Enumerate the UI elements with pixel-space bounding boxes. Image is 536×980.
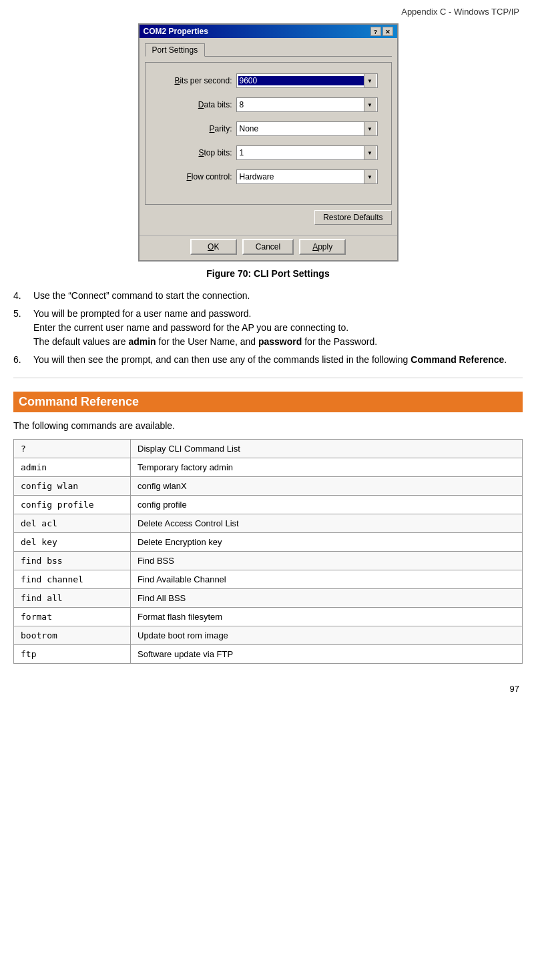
table-row: config profileconfig profile [14, 496, 523, 514]
table-row: bootromUpdate boot rom image [14, 626, 523, 645]
desc-cell: Format flash filesytem [131, 608, 523, 626]
tab-strip: Port Settings [145, 43, 392, 57]
stop-bits-row: Stop bits: 1 ▼ [159, 145, 378, 160]
desc-cell: Delete Access Control List [131, 514, 523, 533]
data-bits-dropdown[interactable]: 8 ▼ [236, 97, 378, 112]
stop-bits-value: 1 [238, 148, 364, 157]
table-row: ?Display CLI Command List [14, 440, 523, 458]
desc-cell: config profile [131, 496, 523, 514]
page-header: Appendix C - Windows TCP/IP [13, 7, 523, 17]
table-row: find bssFind BSS [14, 552, 523, 570]
desc-cell: Temporary factory admin [131, 458, 523, 477]
cmd-cell: config wlan [14, 477, 131, 496]
step-4-text: Use the “Connect” command to start the c… [33, 289, 523, 303]
cmd-cell: find channel [14, 570, 131, 589]
bits-per-second-value: 9600 [238, 76, 364, 85]
close-button[interactable]: ✕ [382, 27, 393, 36]
step-4-number: 4. [13, 289, 33, 303]
desc-cell: Delete Encryption key [131, 533, 523, 552]
figure-caption: Figure 70: CLI Port Settings [206, 268, 329, 279]
table-row: del keyDelete Encryption key [14, 533, 523, 552]
port-settings-tab[interactable]: Port Settings [145, 43, 206, 57]
com2-body: Port Settings Bits per second: 9600 ▼ Da… [140, 38, 397, 235]
table-row: find allFind All BSS [14, 589, 523, 608]
parity-label: Parity: [159, 124, 232, 133]
step-6: 6. You will then see the prompt, and can… [13, 353, 523, 367]
flow-control-arrow[interactable]: ▼ [364, 170, 376, 183]
step-5-text: You will be prompted for a user name and… [33, 307, 523, 349]
cmd-cell: ftp [14, 645, 131, 664]
flow-control-row: Flow control: Hardware ▼ [159, 169, 378, 184]
data-bits-label: Data bits: [159, 100, 232, 109]
step-6-number: 6. [13, 353, 33, 367]
bits-per-second-dropdown[interactable]: 9600 ▼ [236, 73, 378, 88]
bits-per-second-label: Bits per second: [159, 76, 232, 85]
data-bits-value: 8 [238, 100, 364, 109]
command-table: ?Display CLI Command ListadminTemporary … [13, 439, 523, 664]
figure-container: COM2 Properties ? ✕ Port Settings Bits p… [13, 23, 523, 279]
desc-cell: Display CLI Command List [131, 440, 523, 458]
com2-title: COM2 Properties [144, 27, 208, 36]
cmd-cell: format [14, 608, 131, 626]
bits-per-second-row: Bits per second: 9600 ▼ [159, 73, 378, 88]
flow-control-label: Flow control: [159, 172, 232, 181]
com2-inner: Bits per second: 9600 ▼ Data bits: 8 ▼ [145, 62, 392, 205]
desc-cell: Software update via FTP [131, 645, 523, 664]
restore-defaults-button[interactable]: Restore Defaults [314, 210, 391, 225]
steps-list: 4. Use the “Connect” command to start th… [13, 289, 523, 367]
divider [13, 378, 523, 378]
step-4: 4. Use the “Connect” command to start th… [13, 289, 523, 303]
bits-per-second-arrow[interactable]: ▼ [364, 74, 376, 87]
help-button[interactable]: ? [370, 27, 381, 36]
table-row: find channelFind Available Channel [14, 570, 523, 589]
cancel-button[interactable]: Cancel [242, 239, 294, 255]
desc-cell: Update boot rom image [131, 626, 523, 645]
stop-bits-label: Stop bits: [159, 148, 232, 157]
table-row: del aclDelete Access Control List [14, 514, 523, 533]
table-row: config wlanconfig wlanX [14, 477, 523, 496]
table-row: ftpSoftware update via FTP [14, 645, 523, 664]
page-number: 97 [13, 684, 523, 694]
cmd-cell: bootrom [14, 626, 131, 645]
section-header: Command Reference [13, 392, 523, 412]
section-intro: The following commands are available. [13, 420, 523, 431]
parity-value: None [238, 124, 364, 133]
cmd-cell: del key [14, 533, 131, 552]
desc-cell: config wlanX [131, 477, 523, 496]
ok-button[interactable]: OK [190, 239, 237, 255]
step-5-number: 5. [13, 307, 33, 349]
apply-button[interactable]: Apply [299, 239, 346, 255]
cmd-cell: ? [14, 440, 131, 458]
cmd-cell: del acl [14, 514, 131, 533]
table-row: adminTemporary factory admin [14, 458, 523, 477]
desc-cell: Find Available Channel [131, 570, 523, 589]
data-bits-row: Data bits: 8 ▼ [159, 97, 378, 112]
parity-dropdown[interactable]: None ▼ [236, 121, 378, 136]
step-6-text: You will then see the prompt, and can th… [33, 353, 523, 367]
cmd-cell: config profile [14, 496, 131, 514]
table-row: formatFormat flash filesytem [14, 608, 523, 626]
com2-footer: OK Cancel Apply [140, 235, 397, 260]
flow-control-value: Hardware [238, 172, 364, 181]
cmd-cell: admin [14, 458, 131, 477]
restore-row: Restore Defaults [145, 210, 392, 225]
cmd-cell: find bss [14, 552, 131, 570]
titlebar-buttons: ? ✕ [370, 27, 393, 36]
cmd-cell: find all [14, 589, 131, 608]
com2-titlebar: COM2 Properties ? ✕ [140, 25, 397, 38]
stop-bits-arrow[interactable]: ▼ [364, 146, 376, 159]
stop-bits-dropdown[interactable]: 1 ▼ [236, 145, 378, 160]
header-title: Appendix C - Windows TCP/IP [401, 7, 519, 17]
flow-control-dropdown[interactable]: Hardware ▼ [236, 169, 378, 184]
parity-arrow[interactable]: ▼ [364, 122, 376, 135]
com2-window: COM2 Properties ? ✕ Port Settings Bits p… [138, 23, 398, 262]
step-5: 5. You will be prompted for a user name … [13, 307, 523, 349]
data-bits-arrow[interactable]: ▼ [364, 98, 376, 111]
parity-row: Parity: None ▼ [159, 121, 378, 136]
desc-cell: Find All BSS [131, 589, 523, 608]
desc-cell: Find BSS [131, 552, 523, 570]
